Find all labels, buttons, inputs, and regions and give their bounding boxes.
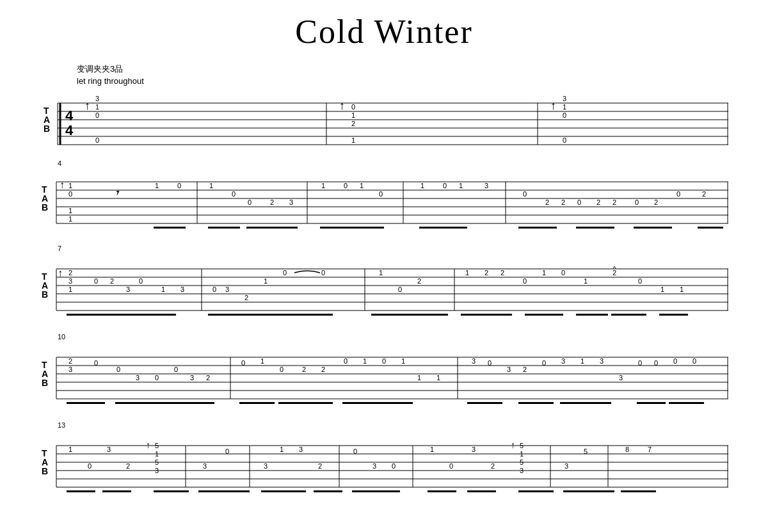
svg-rect-249 <box>67 490 95 492</box>
svg-text:1: 1 <box>401 357 405 365</box>
svg-rect-259 <box>563 490 614 492</box>
tab-staff-4: 10 T A B 2 3 0 0 3 0 0 3 2 0 1 0 <box>38 333 730 410</box>
tab-section-2: 4 T A B ↑ 1 0 1 1 𝄾 1 0 <box>38 159 730 233</box>
svg-rect-140 <box>611 314 646 316</box>
svg-text:0: 0 <box>351 103 355 111</box>
svg-text:1: 1 <box>420 182 424 189</box>
svg-text:3: 3 <box>564 462 568 470</box>
svg-text:7: 7 <box>648 446 652 453</box>
svg-rect-137 <box>461 314 512 316</box>
svg-text:B: B <box>42 202 48 213</box>
svg-text:3: 3 <box>484 182 488 189</box>
tab-staff-5: 13 T A B 1 0 3 2 ↑ 5 1 5 3 3 0 <box>38 421 730 498</box>
svg-text:8: 8 <box>625 446 629 453</box>
svg-rect-82 <box>518 227 557 229</box>
svg-text:0: 0 <box>344 182 348 189</box>
svg-text:0: 0 <box>94 277 98 285</box>
tab-section-3: 7 T A B ↑ 2 3 1 0 2 3 0 1 3 0 <box>38 245 730 321</box>
svg-rect-260 <box>621 490 656 492</box>
instruction-text: let ring throughout <box>77 76 730 86</box>
svg-text:3: 3 <box>600 357 604 365</box>
svg-text:3: 3 <box>126 286 130 293</box>
svg-rect-253 <box>261 490 306 492</box>
svg-text:1: 1 <box>360 182 364 189</box>
svg-text:↑: ↑ <box>60 179 65 190</box>
svg-text:1: 1 <box>465 269 469 277</box>
svg-text:2: 2 <box>596 198 600 206</box>
svg-text:1: 1 <box>379 269 383 277</box>
svg-text:10: 10 <box>58 333 65 341</box>
svg-text:0: 0 <box>523 190 527 198</box>
svg-text:2: 2 <box>321 366 325 373</box>
svg-text:0: 0 <box>95 111 99 119</box>
svg-rect-79 <box>246 227 298 229</box>
svg-text:0: 0 <box>676 190 680 198</box>
svg-rect-135 <box>256 314 333 316</box>
svg-rect-193 <box>278 402 333 404</box>
svg-rect-250 <box>102 490 131 492</box>
svg-text:1: 1 <box>161 286 165 293</box>
svg-text:1: 1 <box>68 182 72 189</box>
svg-rect-77 <box>154 227 186 229</box>
svg-text:1: 1 <box>520 450 524 458</box>
svg-text:0: 0 <box>638 277 642 285</box>
svg-text:B: B <box>42 378 48 388</box>
svg-rect-257 <box>467 490 496 492</box>
svg-text:2: 2 <box>351 120 355 127</box>
svg-text:1: 1 <box>542 269 546 277</box>
svg-rect-141 <box>659 314 688 316</box>
svg-text:0: 0 <box>542 359 546 367</box>
svg-text:0: 0 <box>68 190 72 198</box>
svg-text:1: 1 <box>264 277 268 285</box>
svg-text:0: 0 <box>248 198 252 206</box>
svg-text:5: 5 <box>520 458 524 466</box>
svg-text:3: 3 <box>107 446 111 453</box>
svg-text:4: 4 <box>58 159 61 167</box>
svg-text:3: 3 <box>136 374 140 382</box>
svg-text:B: B <box>42 466 48 476</box>
svg-text:1: 1 <box>580 357 584 365</box>
capo-text: 变调夹夹3品 <box>77 63 730 75</box>
svg-text:5: 5 <box>155 458 159 466</box>
svg-text:3: 3 <box>68 366 72 373</box>
svg-rect-80 <box>320 227 384 229</box>
svg-rect-84 <box>634 227 672 229</box>
svg-text:𝄾: 𝄾 <box>116 190 120 195</box>
svg-text:1: 1 <box>417 374 421 382</box>
tab-staff-3: 7 T A B ↑ 2 3 1 0 2 3 0 1 3 0 <box>38 245 730 321</box>
svg-text:0: 0 <box>94 359 98 367</box>
svg-text:3: 3 <box>561 357 565 365</box>
page: Cold Winter 变调夹夹3品 let ring throughout T… <box>0 0 768 522</box>
svg-text:0: 0 <box>225 447 229 455</box>
svg-text:2: 2 <box>702 190 706 198</box>
svg-text:1: 1 <box>436 374 440 382</box>
tab-section-5: 13 T A B 1 0 3 2 ↑ 5 1 5 3 3 0 <box>38 421 730 498</box>
svg-text:3: 3 <box>264 462 268 470</box>
svg-text:1: 1 <box>68 207 72 214</box>
svg-text:3: 3 <box>225 286 229 293</box>
svg-text:0: 0 <box>95 136 99 144</box>
svg-rect-196 <box>518 402 554 404</box>
svg-text:0: 0 <box>392 462 396 470</box>
svg-text:3: 3 <box>203 462 207 470</box>
svg-text:0: 0 <box>561 269 565 277</box>
svg-text:↑: ↑ <box>511 440 515 450</box>
svg-text:3: 3 <box>180 286 184 293</box>
svg-text:↑: ↑ <box>339 99 345 112</box>
svg-text:0: 0 <box>177 182 181 189</box>
svg-text:3: 3 <box>68 277 72 285</box>
svg-text:2: 2 <box>561 198 565 206</box>
svg-text:5: 5 <box>584 447 588 455</box>
svg-text:1: 1 <box>155 182 159 189</box>
svg-text:2: 2 <box>500 269 504 277</box>
tab-staff-2: 4 T A B ↑ 1 0 1 1 𝄾 1 0 <box>38 159 730 233</box>
svg-text:3: 3 <box>472 446 476 453</box>
svg-text:B: B <box>44 124 50 134</box>
svg-rect-138 <box>525 314 563 316</box>
svg-text:3: 3 <box>190 374 194 382</box>
svg-text:1: 1 <box>95 103 99 111</box>
svg-text:0: 0 <box>654 359 658 367</box>
svg-text:3: 3 <box>372 462 376 470</box>
svg-text:1: 1 <box>680 286 684 293</box>
svg-text:2: 2 <box>545 198 549 206</box>
